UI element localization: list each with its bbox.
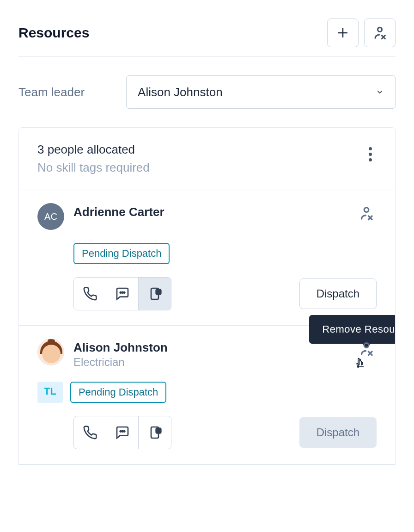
allocation-header: 3 people allocated No skill tags require… [19,128,395,190]
status-badge: Pending Dispatch [73,243,170,264]
remove-resource-button[interactable] [356,339,377,359]
allocation-count: 3 people allocated [37,142,150,157]
svg-point-17 [120,431,121,432]
status-badge: Pending Dispatch [70,382,166,403]
chevron-down-icon [376,88,384,96]
person-remove-icon [358,340,375,357]
dispatch-button: Dispatch [299,417,377,448]
message-icon [115,425,130,440]
svg-text:1: 1 [157,428,159,433]
avatar [37,339,64,365]
phone-icon [83,286,97,301]
person-remove-icon [358,205,375,222]
avatar: AC [37,203,64,230]
comm-group: 1 [73,416,171,449]
svg-text:1: 1 [157,290,159,294]
message-icon [115,286,130,301]
phone-button[interactable] [74,416,106,449]
svg-point-14 [364,343,369,348]
remove-resource-button[interactable] [356,203,377,223]
add-button[interactable] [327,19,359,47]
cursor-icon [353,357,367,373]
device-notification-icon: 1 [147,286,162,301]
svg-point-8 [120,292,121,293]
page-title: Resources [18,25,89,41]
remove-resource-header-button[interactable] [364,19,396,47]
message-button[interactable] [106,416,139,449]
team-leader-label: Team leader [18,85,85,99]
svg-point-5 [364,208,369,212]
resource-card: Remove Resource Alison Johnston Electric… [19,326,395,464]
message-button[interactable] [106,278,139,310]
allocation-subtitle: No skill tags required [37,161,150,175]
device-notification-icon: 1 [147,425,162,440]
notification-button[interactable]: 1 [139,416,171,449]
team-leader-badge: TL [37,382,63,403]
resource-role: Electrician [73,356,347,369]
svg-point-9 [122,292,123,293]
more-options-button[interactable] [364,142,377,166]
resource-card: AC Adrienne Carter Pending Dispatch 1 [19,190,395,326]
svg-point-19 [123,431,125,432]
remove-resource-tooltip: Remove Resource [309,315,396,344]
allocation-box: 3 people allocated No skill tags require… [18,127,396,465]
svg-point-10 [123,292,125,293]
comm-group: 1 [73,277,171,310]
phone-icon [83,425,97,440]
resource-name: Alison Johnston [73,340,347,355]
notification-button[interactable]: 1 [139,278,171,310]
team-leader-selected: Alison Johnston [138,85,223,99]
svg-point-18 [122,431,123,432]
plus-icon [336,26,350,40]
svg-point-2 [377,27,382,31]
divider [18,56,396,57]
person-remove-icon [372,25,388,41]
resource-name: Adrienne Carter [73,205,347,219]
header-actions [327,19,396,47]
team-leader-select[interactable]: Alison Johnston [126,75,396,109]
dispatch-button[interactable]: Dispatch [299,278,377,309]
phone-button[interactable] [74,278,106,310]
